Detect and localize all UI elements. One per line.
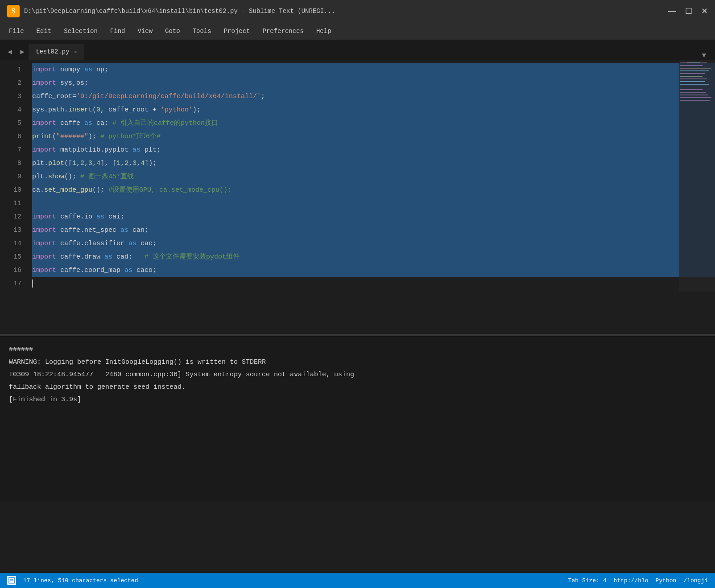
code-line-10: ca.set_mode_gpu(); #设置使用GPU, ca.set_mode… bbox=[32, 184, 715, 197]
code-line-12: import caffe.io as cai; bbox=[32, 210, 715, 224]
code-line-7: import matplotlib.pyplot as plt; bbox=[32, 144, 715, 157]
line-number: 11 bbox=[0, 197, 21, 210]
line-number: 6 bbox=[0, 130, 21, 144]
code-line-15: import caffe.draw as cad; # 这个文件需要安装pydo… bbox=[32, 251, 715, 264]
line-number: 3 bbox=[0, 90, 21, 103]
tab-nav-right[interactable]: ▶ bbox=[16, 44, 29, 60]
svg-rect-10 bbox=[680, 89, 703, 90]
svg-rect-4 bbox=[680, 70, 709, 71]
menu-help[interactable]: Help bbox=[311, 25, 337, 37]
status-right: Tab Size: 4 http://blo Python /longji bbox=[568, 577, 708, 584]
status-bar: 17 lines, 510 characters selected Tab Si… bbox=[0, 573, 715, 588]
menu-selection[interactable]: Selection bbox=[58, 25, 103, 37]
line-number: 2 bbox=[0, 77, 21, 90]
tab-bar: ◀ ▶ test02.py ✕ ▼ bbox=[0, 40, 715, 60]
svg-rect-15 bbox=[9, 578, 14, 583]
line-number: 9 bbox=[0, 170, 21, 184]
line-number: 13 bbox=[0, 224, 21, 237]
line-number: 8 bbox=[0, 157, 21, 170]
code-line-4: sys.path.insert(0, caffe_root + 'python'… bbox=[32, 103, 715, 117]
code-line-14: import caffe.classifier as cac; bbox=[32, 237, 715, 251]
menu-goto[interactable]: Goto bbox=[160, 25, 186, 37]
tab-size-label[interactable]: Tab Size: 4 bbox=[568, 577, 607, 584]
line-numbers: 1 2 3 4 5 6 7 8 9 10 11 12 13 14 15 16 1… bbox=[0, 60, 29, 334]
menu-view[interactable]: View bbox=[132, 25, 158, 37]
code-line-16: import caffe.coord_map as caco; bbox=[32, 264, 715, 277]
code-line-13: import caffe.net_spec as can; bbox=[32, 224, 715, 237]
menu-bar: File Edit Selection Find View Goto Tools… bbox=[0, 22, 715, 40]
svg-rect-2 bbox=[680, 65, 703, 66]
menu-tools[interactable]: Tools bbox=[187, 25, 217, 37]
maximize-button[interactable]: ☐ bbox=[685, 6, 692, 16]
output-line-3: I0309 18:22:48.945477 2480 common.cpp:36… bbox=[9, 369, 706, 381]
code-line-11 bbox=[32, 197, 715, 210]
output-panel: ###### WARNING: Logging before InitGoogl… bbox=[0, 337, 715, 502]
line-number: 5 bbox=[0, 117, 21, 130]
line-number: 16 bbox=[0, 264, 21, 277]
close-tab-icon[interactable]: ✕ bbox=[74, 49, 77, 55]
close-button[interactable]: ✕ bbox=[701, 6, 708, 16]
code-line-17 bbox=[32, 277, 715, 291]
app-icon: S bbox=[7, 5, 20, 17]
code-line-3: caffe_root='D:/git/DeepLearning/caffe/bu… bbox=[32, 90, 715, 103]
line-number: 15 bbox=[0, 251, 21, 264]
menu-file[interactable]: File bbox=[4, 25, 29, 37]
output-line-1: ###### bbox=[9, 344, 706, 356]
line-number: 17 bbox=[0, 277, 21, 291]
code-line-5: import caffe as ca; # 引入自己的caffe的python接… bbox=[32, 117, 715, 130]
line-number: 1 bbox=[0, 63, 21, 77]
code-line-1: import numpy as np; bbox=[32, 63, 715, 77]
line-number: 10 bbox=[0, 184, 21, 197]
svg-rect-6 bbox=[680, 76, 703, 77]
tab-nav-left[interactable]: ◀ bbox=[4, 44, 16, 60]
line-number: 12 bbox=[0, 210, 21, 224]
menu-project[interactable]: Project bbox=[219, 25, 256, 37]
active-tab[interactable]: test02.py ✕ bbox=[29, 44, 84, 60]
line-number: 14 bbox=[0, 237, 21, 251]
minimap-visual bbox=[679, 60, 715, 292]
svg-rect-14 bbox=[680, 100, 710, 101]
code-line-9: plt.show(); # 画一条45°直线 bbox=[32, 170, 715, 184]
svg-rect-7 bbox=[680, 78, 707, 79]
window-controls[interactable]: — ☐ ✕ bbox=[668, 6, 708, 16]
title-bar: S D:\git\DeepLearning\caffe\build\x64\in… bbox=[0, 0, 715, 22]
minimize-button[interactable]: — bbox=[668, 6, 676, 16]
output-line-5: [Finished in 3.9s] bbox=[9, 394, 706, 406]
svg-rect-8 bbox=[680, 81, 705, 82]
status-icon bbox=[7, 576, 16, 585]
tab-label: test02.py bbox=[36, 48, 70, 55]
line-number: 4 bbox=[0, 103, 21, 117]
window-title: D:\git\DeepLearning\caffe\build\x64\inst… bbox=[24, 8, 335, 15]
svg-rect-1 bbox=[687, 62, 700, 63]
language-label[interactable]: Python bbox=[656, 577, 677, 584]
output-line-4: fallback algorithm to generate seed inst… bbox=[9, 381, 706, 394]
status-lines: 17 lines, 510 characters selected bbox=[23, 577, 138, 584]
menu-edit[interactable]: Edit bbox=[31, 25, 57, 37]
code-line-8: plt.plot([1,2,3,4], [1,2,3,4]); bbox=[32, 157, 715, 170]
minimap bbox=[679, 60, 715, 292]
title-bar-left: S D:\git\DeepLearning\caffe\build\x64\in… bbox=[7, 5, 335, 17]
line-number: 7 bbox=[0, 144, 21, 157]
svg-rect-13 bbox=[680, 97, 711, 98]
menu-find[interactable]: Find bbox=[105, 25, 131, 37]
status-extra: /longji bbox=[683, 577, 708, 584]
status-left: 17 lines, 510 characters selected bbox=[7, 576, 138, 585]
svg-rect-11 bbox=[680, 92, 706, 93]
menu-preferences[interactable]: Preferences bbox=[257, 25, 309, 37]
code-editor[interactable]: import numpy as np; import sys,os; caffe… bbox=[29, 60, 715, 334]
code-line-6: print("######"); # python打印6个# bbox=[32, 130, 715, 144]
tab-dropdown-button[interactable]: ▼ bbox=[696, 52, 711, 60]
status-url: http://blo bbox=[614, 577, 649, 584]
output-line-2: WARNING: Logging before InitGoogleLoggin… bbox=[9, 356, 706, 369]
svg-rect-12 bbox=[680, 95, 708, 95]
svg-rect-5 bbox=[680, 73, 705, 74]
editor-area: 1 2 3 4 5 6 7 8 9 10 11 12 13 14 15 16 1… bbox=[0, 60, 715, 334]
svg-rect-3 bbox=[680, 68, 711, 69]
code-line-2: import sys,os; bbox=[32, 77, 715, 90]
svg-rect-9 bbox=[680, 84, 709, 85]
